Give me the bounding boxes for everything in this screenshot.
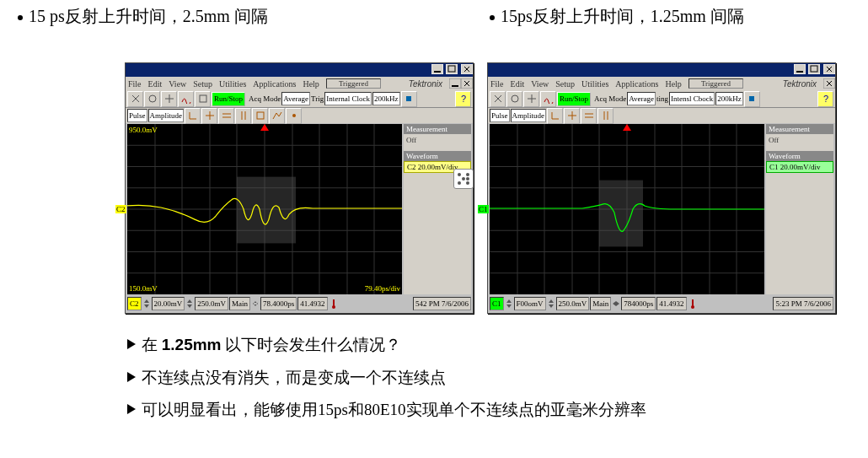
list-item: 可以明显看出，能够使用15ps和80E10实现单个不连续点的亚毫米分辨率	[126, 398, 646, 423]
menubar[interactable]: FileEditViewSetupUtilitiesApplicationsHe…	[488, 77, 835, 90]
cursor-icon[interactable]	[286, 108, 302, 124]
pulse-select[interactable]: Pulse	[127, 109, 147, 122]
svg-rect-36	[794, 64, 806, 74]
svg-rect-2	[431, 64, 443, 74]
cursor-icon[interactable]	[235, 108, 251, 124]
rate-select[interactable]: 200kHz	[715, 92, 743, 105]
minimize-icon[interactable]	[449, 78, 461, 89]
toolbar-1[interactable]: Run/Stop Acq Mode Average Trig Internal …	[126, 90, 473, 107]
svg-rect-34	[333, 299, 335, 306]
status-time: 784000ps	[621, 297, 656, 310]
status-main[interactable]: Main	[229, 297, 250, 310]
svg-point-10	[149, 95, 156, 102]
meas-header: Measurement	[404, 124, 471, 134]
rate-select[interactable]: 200kHz	[372, 92, 400, 105]
status-res: 41.4932	[297, 297, 327, 310]
cursor-icon[interactable]	[252, 108, 268, 124]
menubar[interactable]: FileEditViewSetupUtilitiesApplicationsHe…	[126, 77, 473, 90]
left-right-icon[interactable]	[251, 298, 260, 310]
waveform-display: 950.0mV 150.0mV 79.40ps/div C2	[127, 124, 402, 294]
tool-icon[interactable]	[195, 91, 211, 107]
window-buttons[interactable]	[431, 64, 474, 76]
close-icon[interactable]	[823, 64, 835, 74]
amp-select[interactable]: Amplitude	[148, 109, 185, 122]
y-top-label: 950.0mV	[129, 126, 158, 134]
trigger-status: Triggered	[689, 78, 743, 89]
tool-icon[interactable]	[127, 91, 143, 107]
maximize-icon[interactable]	[446, 64, 458, 74]
brand-label: Tektronix	[783, 79, 817, 89]
clock-select[interactable]: Internal Clock	[324, 92, 372, 105]
run-stop-button[interactable]: Run/Stop	[557, 92, 591, 106]
triangle-bullet-icon	[126, 371, 137, 383]
svg-point-69	[462, 177, 465, 181]
waveform-entry[interactable]: C1 20.00mV/div	[766, 161, 833, 173]
meas-header: Measurement	[766, 124, 833, 134]
svg-rect-11	[200, 95, 206, 102]
minimize-icon[interactable]	[431, 64, 443, 74]
tool-icon[interactable]	[540, 91, 556, 107]
minimize-icon[interactable]	[794, 64, 806, 74]
status-offset: 250.0mV	[556, 297, 590, 310]
channel-tag: C1	[478, 205, 489, 213]
close-icon[interactable]	[823, 78, 835, 89]
mode-select[interactable]: Average	[281, 92, 310, 105]
caption-right: 15ps反射上升时间，1.25mm 间隔	[489, 5, 744, 28]
status-vdiv: 20.00mV	[152, 297, 185, 310]
up-down-icon[interactable]	[547, 298, 555, 310]
meas-off: Off	[766, 134, 833, 146]
help-icon[interactable]: ?	[817, 91, 833, 107]
toolbar-2[interactable]: Pulse Amplitude	[126, 107, 473, 123]
scope-window-right: FileEditViewSetupUtilitiesApplicationsHe…	[487, 62, 836, 314]
svg-text:?: ?	[461, 94, 466, 104]
status-ch[interactable]: C2	[127, 297, 142, 310]
acq-label: Acq Mode	[594, 94, 626, 103]
toolbar-1[interactable]: Run/Stop Acq Mode Average ting Intensl C…	[488, 90, 835, 107]
svg-rect-37	[796, 71, 803, 73]
close-icon[interactable]	[461, 78, 473, 89]
channel-tag: C2	[115, 205, 126, 213]
up-down-icon[interactable]	[185, 298, 194, 310]
run-stop-button[interactable]: Run/Stop	[212, 92, 245, 106]
cursor-icon[interactable]	[581, 108, 597, 124]
cursor-icon[interactable]	[218, 108, 234, 124]
pulse-select[interactable]: Pulse	[490, 109, 510, 122]
cursor-icon[interactable]	[201, 108, 217, 124]
cursor-icon[interactable]	[597, 108, 613, 124]
help-icon[interactable]: ?	[455, 91, 471, 107]
tool-icon[interactable]	[178, 91, 194, 107]
left-right-icon[interactable]	[612, 298, 620, 310]
tool-icon[interactable]	[523, 91, 539, 107]
tool-icon[interactable]	[401, 91, 417, 107]
up-down-icon[interactable]	[142, 298, 151, 310]
svg-point-68	[466, 181, 469, 185]
maximize-icon[interactable]	[808, 64, 820, 74]
up-down-icon[interactable]	[505, 298, 513, 310]
thermo-icon	[688, 299, 698, 309]
y-bot-label: 150.0mV	[129, 284, 158, 293]
tool-icon[interactable]	[490, 91, 506, 107]
tool-icon[interactable]	[144, 91, 160, 107]
status-main[interactable]: Main	[590, 297, 611, 310]
amp-select[interactable]: Amplitude	[511, 109, 547, 122]
trigger-status: Triggered	[326, 78, 381, 89]
close-icon[interactable]	[461, 64, 473, 74]
trig-label: Trig	[311, 94, 324, 103]
status-ch[interactable]: C1	[490, 297, 504, 310]
trig-label: ting	[656, 94, 668, 103]
cursor-icon[interactable]	[269, 108, 285, 124]
tool-icon[interactable]	[161, 91, 177, 107]
tool-icon[interactable]	[744, 91, 760, 107]
clock-select[interactable]: Intensl Cbock	[669, 92, 715, 105]
mode-select[interactable]: Average	[627, 92, 656, 105]
acq-label: Acq Mode	[249, 94, 281, 103]
cursor-icon[interactable]	[547, 108, 563, 124]
list-item: 在 1.25mm 以下时会发生什么情况？	[126, 333, 646, 358]
status-offset: 250.0mV	[195, 297, 228, 310]
status-bar: C1 F00omV 250.0mV Main 784000ps 41.4932 …	[490, 296, 833, 311]
cursor-icon[interactable]	[564, 108, 580, 124]
toolbar-2[interactable]: Pulse Amplitude	[488, 107, 835, 123]
window-buttons[interactable]	[793, 64, 836, 76]
cursor-icon[interactable]	[185, 108, 201, 124]
tool-icon[interactable]	[506, 91, 522, 107]
